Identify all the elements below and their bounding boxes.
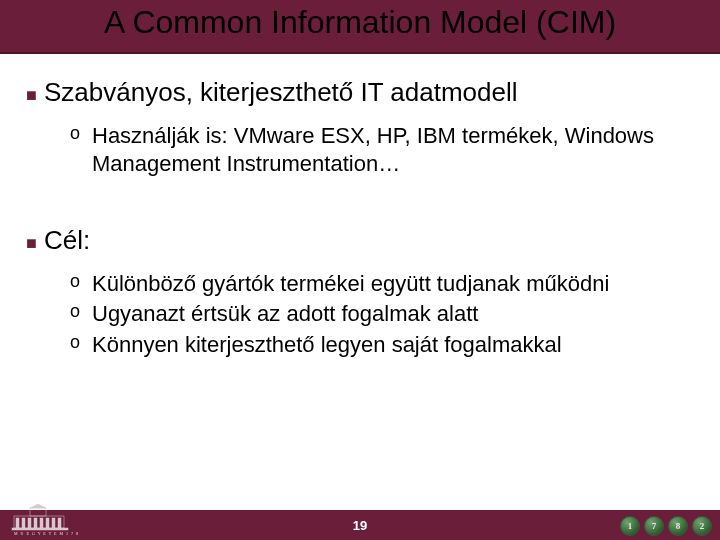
badge-label: 8	[676, 521, 681, 531]
bullet-level1: ■ Szabványos, kiterjeszthető IT adatmode…	[26, 78, 694, 112]
footer-badges: 1 7 8 2	[620, 516, 712, 536]
spacer	[26, 184, 694, 222]
square-bullet-icon: ■	[26, 226, 44, 260]
svg-rect-8	[52, 518, 55, 528]
svg-rect-9	[58, 518, 61, 528]
page-number: 19	[353, 518, 367, 533]
badge-icon: 1	[620, 516, 640, 536]
sub-bullet-text: Használják is: VMware ESX, HP, IBM termé…	[92, 122, 694, 178]
svg-text:M U E G Y E T E M  1 7 8 2: M U E G Y E T E M 1 7 8 2	[14, 531, 78, 536]
badge-label: 1	[628, 521, 633, 531]
sub-bullet-text: Ugyanazt értsük az adott fogalmak alatt	[92, 300, 694, 328]
sub-bullet-group: o Használják is: VMware ESX, HP, IBM ter…	[70, 122, 694, 178]
bullet-level2: o Könnyen kiterjeszthető legyen saját fo…	[70, 331, 694, 359]
badge-icon: 2	[692, 516, 712, 536]
sub-bullet-text: Különböző gyártók termékei együtt tudjan…	[92, 270, 694, 298]
badge-label: 2	[700, 521, 705, 531]
badge-label: 7	[652, 521, 657, 531]
circle-bullet-icon: o	[70, 270, 92, 293]
university-logo-icon: M U E G Y E T E M 1 7 8 2	[8, 504, 78, 536]
svg-rect-3	[22, 518, 25, 528]
circle-bullet-icon: o	[70, 300, 92, 323]
bullet-level1: ■ Cél:	[26, 226, 694, 260]
badge-icon: 7	[644, 516, 664, 536]
sub-bullet-text: Könnyen kiterjeszthető legyen saját foga…	[92, 331, 694, 359]
svg-rect-7	[46, 518, 49, 528]
bullet-level2: o Különböző gyártók termékei együtt tudj…	[70, 270, 694, 298]
sub-bullet-group: o Különböző gyártók termékei együtt tudj…	[70, 270, 694, 358]
slide-body: ■ Szabványos, kiterjeszthető IT adatmode…	[0, 54, 720, 359]
footer-bar: M U E G Y E T E M 1 7 8 2 19 1 7 8 2	[0, 510, 720, 540]
slide-title: A Common Information Model (CIM)	[0, 6, 720, 38]
svg-rect-5	[34, 518, 37, 528]
circle-bullet-icon: o	[70, 331, 92, 354]
badge-icon: 8	[668, 516, 688, 536]
svg-rect-2	[16, 518, 19, 528]
svg-rect-11	[12, 528, 68, 530]
svg-rect-6	[40, 518, 43, 528]
svg-rect-10	[30, 508, 46, 516]
bullet-level2: o Használják is: VMware ESX, HP, IBM ter…	[70, 122, 694, 178]
bullet-text: Szabványos, kiterjeszthető IT adatmodell	[44, 78, 694, 108]
square-bullet-icon: ■	[26, 78, 44, 112]
svg-rect-4	[28, 518, 31, 528]
bullet-level2: o Ugyanazt értsük az adott fogalmak alat…	[70, 300, 694, 328]
bullet-text: Cél:	[44, 226, 694, 256]
circle-bullet-icon: o	[70, 122, 92, 145]
